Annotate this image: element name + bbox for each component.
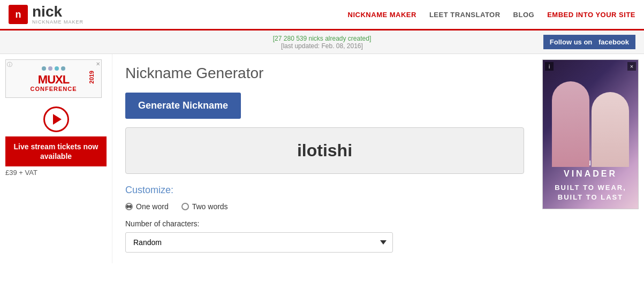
chars-select[interactable]: Random Any 3 4 5 6 7 8 9 10 xyxy=(125,232,393,253)
dot-2 xyxy=(48,66,52,71)
sub-header: [27 280 539 nicks already created] [last… xyxy=(0,30,644,54)
ad-brand-name: VINADER xyxy=(564,169,617,179)
page-title: Nickname Generator xyxy=(125,65,524,82)
right-ad-area: i × MONICA VINADER BUILT TO WEAR,BUILT T… xyxy=(537,54,644,263)
nav-blog[interactable]: BLOG xyxy=(513,11,535,19)
word-options: One word Two words xyxy=(125,202,524,211)
ad-close-button[interactable]: × xyxy=(627,62,636,71)
muxl-conference-label: CONFERENCE xyxy=(11,86,96,92)
two-words-radio[interactable] xyxy=(181,203,189,210)
customize-label: Customize: xyxy=(125,185,524,196)
ad-info-button[interactable]: i xyxy=(545,62,554,71)
logo-icon[interactable]: n xyxy=(9,5,28,24)
muxl-year: 2019 xyxy=(88,71,95,83)
one-word-label: One word xyxy=(136,202,169,211)
muxl-network-graphic xyxy=(11,65,96,72)
play-triangle-icon xyxy=(53,114,62,125)
ad-figure-1 xyxy=(552,81,589,167)
content-area: Nickname Generator Generate Nickname ilo… xyxy=(112,54,537,263)
sidebar: ⓘ ✕ MUXL CONFERENCE 2019 Live stream tic… xyxy=(0,54,112,263)
facebook-brand: facebook xyxy=(598,38,629,46)
one-word-radio[interactable] xyxy=(125,203,133,210)
muxl-ad: ⓘ ✕ MUXL CONFERENCE 2019 xyxy=(5,59,102,98)
one-word-option[interactable]: One word xyxy=(125,202,169,211)
chars-label: Number of characters: xyxy=(125,219,524,228)
nav-embed[interactable]: EMBED INTO YOUR SITE xyxy=(547,11,635,19)
nickname-value: ilotishi xyxy=(297,141,352,160)
generate-button[interactable]: Generate Nickname xyxy=(125,93,241,119)
ad-figures xyxy=(543,71,638,167)
main-layout: ⓘ ✕ MUXL CONFERENCE 2019 Live stream tic… xyxy=(0,54,644,263)
muxl-logo: MUXL xyxy=(11,74,96,86)
muxl-info-button[interactable]: ⓘ xyxy=(7,61,12,68)
play-button[interactable] xyxy=(43,106,69,132)
dot-3 xyxy=(55,66,59,71)
live-stream-title: Live stream tickets now available xyxy=(11,142,101,161)
two-words-option[interactable]: Two words xyxy=(181,202,228,211)
logo-text: nick NICKNAME MAKER xyxy=(32,4,84,25)
logo-area: n nick NICKNAME MAKER xyxy=(9,4,84,25)
ad-figure-2 xyxy=(592,92,629,167)
nicks-count: [27 280 539 nicks already created] xyxy=(273,35,371,42)
logo-sub: NICKNAME MAKER xyxy=(32,19,84,25)
header: n nick NICKNAME MAKER NICKNAME MAKER LEE… xyxy=(0,0,644,30)
nicks-info: [27 280 539 nicks already created] [last… xyxy=(273,35,371,50)
facebook-button[interactable]: Follow us on facebook xyxy=(543,35,635,49)
nickname-display: ilotishi xyxy=(125,127,524,174)
nicks-updated: [last updated: Feb. 08, 2016] xyxy=(273,42,371,50)
muxl-close-button[interactable]: ✕ xyxy=(96,61,100,67)
logo-name: nick xyxy=(32,4,84,19)
main-nav: NICKNAME MAKER LEET TRANSLATOR BLOG EMBE… xyxy=(348,11,635,19)
right-ad-container: i × MONICA VINADER BUILT TO WEAR,BUILT T… xyxy=(542,59,639,209)
live-stream-ad[interactable]: Live stream tickets now available xyxy=(5,136,107,166)
facebook-label-text: Follow us on xyxy=(550,38,592,46)
dot-4 xyxy=(61,66,65,71)
live-stream-price: £39 + VAT xyxy=(5,169,107,177)
two-words-label: Two words xyxy=(192,202,228,211)
ad-tagline: BUILT TO WEAR,BUILT TO LAST xyxy=(555,183,626,202)
nav-leet-translator[interactable]: LEET TRANSLATOR xyxy=(429,11,501,19)
dot-1 xyxy=(42,66,46,71)
nav-nickname-maker[interactable]: NICKNAME MAKER xyxy=(348,11,416,19)
chars-select-wrapper: Random Any 3 4 5 6 7 8 9 10 xyxy=(125,232,393,253)
